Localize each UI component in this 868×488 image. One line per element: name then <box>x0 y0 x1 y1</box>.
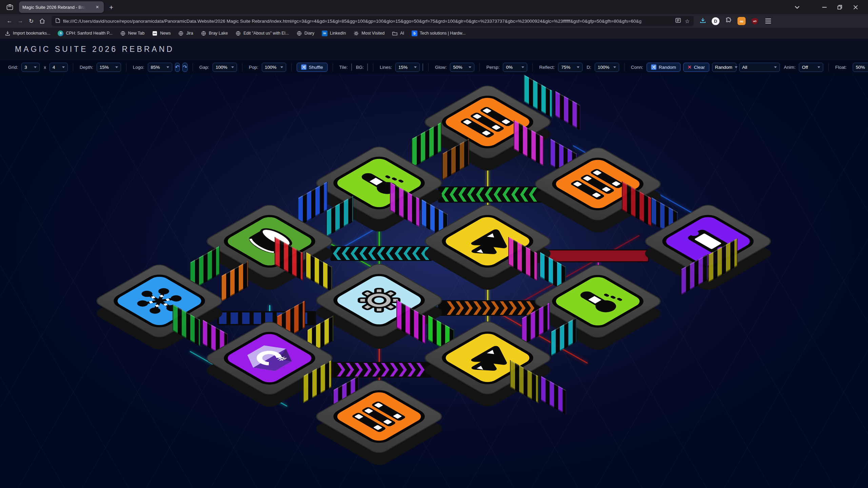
conn-clear-button[interactable]: ✕ Clear <box>683 63 709 72</box>
reload-button[interactable]: ↻ <box>26 16 37 26</box>
conn-random-button[interactable]: Random <box>647 63 680 72</box>
lines-color-swatch[interactable] <box>422 63 423 71</box>
connection-ribbon <box>438 186 542 203</box>
ublock-letters: uO <box>753 20 756 22</box>
menu-hamburger-icon[interactable] <box>765 19 771 23</box>
site-b-icon: b <box>412 30 417 36</box>
back-button[interactable]: ← <box>4 16 15 26</box>
restore-button[interactable] <box>832 1 848 13</box>
connection-ribbon <box>438 300 542 316</box>
forward-button[interactable]: → <box>15 16 26 26</box>
bookmark-item[interactable]: inLinkedIn <box>322 30 346 36</box>
downloads-icon[interactable] <box>700 18 706 25</box>
bg-color-swatch[interactable] <box>367 63 368 71</box>
list-all-tabs-chevron-icon[interactable] <box>789 1 805 13</box>
home-button[interactable] <box>37 16 47 26</box>
conn-mode-select[interactable]: Random <box>712 63 736 72</box>
depth-select[interactable]: 15% <box>97 63 121 72</box>
reflect-select[interactable]: 75% <box>558 63 583 72</box>
bookmark-label: Tech solutions | Hardw... <box>420 31 466 36</box>
bookmark-label: Most Visited <box>361 31 384 36</box>
grid-times-label: x <box>44 65 46 70</box>
bookmark-item[interactable]: Diary <box>296 30 314 36</box>
pop-label: Pop: <box>249 65 258 70</box>
globe-icon <box>178 30 184 36</box>
bookmark-label: Diary <box>304 31 314 36</box>
bookmark-item[interactable]: Import bookmarks... <box>5 30 50 36</box>
glow-select[interactable]: 50% <box>450 63 474 72</box>
minimize-button[interactable] <box>816 1 832 13</box>
rotate-left-button[interactable]: ↶ <box>175 63 180 72</box>
chevron-down-icon <box>115 66 118 68</box>
tile-color-swatch[interactable] <box>351 63 352 71</box>
bookmark-item[interactable]: New Tab <box>120 30 144 36</box>
bookmark-item[interactable]: bTech solutions | Hardw... <box>412 30 466 36</box>
depth-label: Depth: <box>80 65 93 70</box>
tab-title: Magic Suite 2026 Rebrand - Brand A <box>22 5 85 10</box>
chevron-down-icon <box>817 66 820 68</box>
browser-titlebar: Magic Suite 2026 Rebrand - Brand A ✕ + <box>0 0 868 14</box>
bookmark-item[interactable]: SCPH: Sanford Health P... <box>58 30 112 36</box>
page-info-icon[interactable] <box>56 18 60 24</box>
connection-ribbon <box>330 362 432 378</box>
connection-ribbon <box>330 246 432 261</box>
chevron-down-icon <box>231 66 234 68</box>
gap-select[interactable]: 100% <box>213 63 237 72</box>
rotate-right-button[interactable]: ↷ <box>182 63 188 72</box>
chevron-down-icon <box>414 66 417 68</box>
bookmark-item[interactable]: Bray Lake <box>201 30 228 36</box>
d-select[interactable]: 100% <box>595 63 619 72</box>
chevron-down-icon <box>735 66 737 68</box>
clear-x-icon: ✕ <box>688 64 692 70</box>
dashlane-extension-icon[interactable]: D <box>712 17 719 25</box>
tile-color-label: Tile: <box>339 65 348 70</box>
globe-icon <box>120 30 126 36</box>
ticket-icon <box>662 215 754 268</box>
toolbar-separator <box>193 63 193 71</box>
bookmark-item[interactable]: Most Visited <box>353 30 384 36</box>
tab-close-icon[interactable]: ✕ <box>94 4 100 10</box>
folder-icon <box>392 30 398 36</box>
float-select[interactable]: 50% <box>853 63 868 72</box>
shuffle-button[interactable]: Shuffle <box>297 63 328 72</box>
toolbar-separator <box>479 63 480 71</box>
ublock-shield-icon[interactable]: uO <box>751 18 758 25</box>
grid-cols-select[interactable]: 3 <box>21 63 40 72</box>
bookmark-item[interactable]: News <box>152 30 171 36</box>
chevron-down-icon <box>774 66 777 68</box>
password-extension-icon[interactable]: ∞ <box>737 17 746 25</box>
persp-label: Persp: <box>486 65 499 70</box>
globe-icon <box>296 30 302 36</box>
bookmark-label: Edit "About us" with El... <box>243 31 289 36</box>
conn-scope-select[interactable]: All <box>739 63 780 72</box>
address-bar[interactable]: file:///C:/Users/david/source/repos/pano… <box>52 16 694 26</box>
lines-select[interactable]: 15% <box>395 63 420 72</box>
browser-navbar: ← → ↻ file:///C:/Users/david/source/repo… <box>0 14 868 28</box>
window-controls <box>789 1 863 13</box>
anim-select[interactable]: Off <box>799 63 823 72</box>
reader-mode-icon[interactable] <box>675 18 681 24</box>
toolbar-separator <box>428 63 429 71</box>
grid-rows-select[interactable]: 4 <box>50 63 68 72</box>
extensions-puzzle-icon[interactable] <box>725 17 732 25</box>
new-tab-button[interactable]: + <box>109 4 113 11</box>
toolbar-separator <box>532 63 533 71</box>
chevron-down-icon <box>577 66 579 68</box>
toolbar-separator <box>624 63 625 71</box>
bookmark-item[interactable]: Jira <box>178 30 193 36</box>
lines-label: Lines: <box>380 65 392 70</box>
bookmark-label: Jira <box>186 31 193 36</box>
browser-tab[interactable]: Magic Suite 2026 Rebrand - Brand A ✕ <box>19 1 104 13</box>
close-window-button[interactable] <box>848 1 863 13</box>
bookmark-item[interactable]: Edit "About us" with El... <box>235 30 289 36</box>
toolbar-separator <box>373 63 373 71</box>
bookmark-star-icon[interactable]: ☆ <box>685 18 690 24</box>
chevron-down-icon <box>34 66 37 68</box>
bookmark-item[interactable]: AI <box>392 30 404 36</box>
chevron-down-icon <box>62 66 65 68</box>
logo-select[interactable]: 85% <box>148 63 172 72</box>
pop-select[interactable]: 100% <box>262 63 286 72</box>
persp-select[interactable]: 0% <box>503 63 527 72</box>
bookmark-label: CPH: Sanford Health P... <box>66 31 112 36</box>
firefox-view-icon[interactable] <box>4 2 16 12</box>
